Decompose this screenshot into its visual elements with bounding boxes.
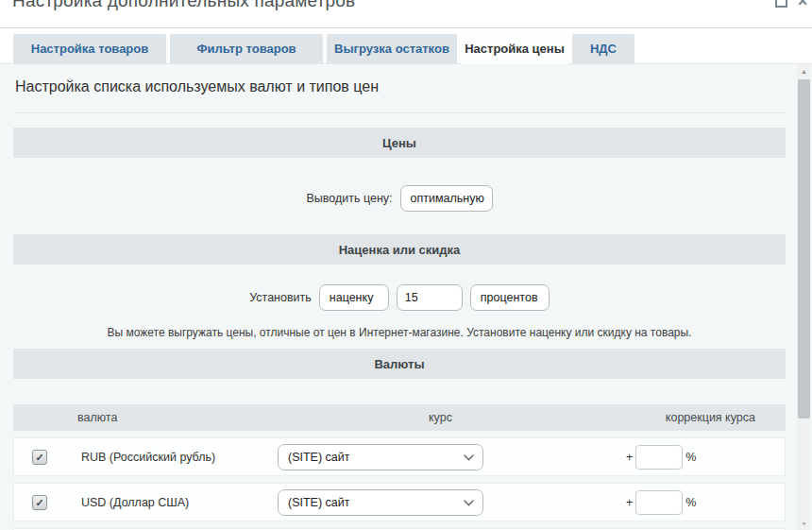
tab-label: Выгрузка остатков	[334, 42, 449, 56]
select-value: оптимальную	[411, 192, 484, 205]
correction-input[interactable]	[635, 445, 683, 470]
tab-product-filter[interactable]: Фильтр товаров	[170, 34, 323, 63]
plus-sign: +	[626, 496, 633, 509]
markup-amount-input[interactable]	[397, 284, 463, 311]
check-icon: ✓	[35, 497, 43, 509]
scroll-up-icon[interactable]: ▲	[797, 64, 811, 77]
section-bar-markup: Наценка или скидка	[13, 234, 786, 265]
markup-unit-select[interactable]: процентов	[470, 284, 550, 311]
currency-checkbox[interactable]: ✓	[32, 495, 47, 510]
col-header-rate: курс	[429, 411, 452, 424]
tab-price-settings[interactable]: Настройка цены	[461, 32, 568, 64]
table-row-usd: ✓ USD (Доллар США) (SITE) сайт + %	[13, 483, 786, 521]
markup-help-text: Вы можете выгружать цены, отличные от це…	[13, 326, 786, 339]
tab-label: Настройка товаров	[31, 42, 149, 56]
correction-group: + %	[626, 445, 696, 470]
rate-select[interactable]: (SITE) сайт	[278, 444, 483, 470]
currencies-table: валюта курс коррекция курса ✓ RUB (Росси…	[13, 404, 786, 530]
currency-name: USD (Доллар США)	[81, 496, 189, 509]
select-value: процентов	[481, 291, 538, 304]
titlebar-divider	[0, 27, 812, 28]
select-value: (SITE) сайт	[288, 451, 456, 464]
chevron-down-icon	[464, 454, 474, 461]
tab-bar: Настройка товаров Фильтр товаров Выгрузк…	[13, 34, 634, 64]
section-bar-currencies: Валюты	[13, 349, 786, 379]
price-settings-panel: Настройка списка используемых валют и ти…	[0, 63, 812, 530]
scroll-down-icon[interactable]: ▼	[797, 517, 811, 530]
tab-stock-export[interactable]: Выгрузка остатков	[327, 34, 457, 63]
section-bar-prices: Цены	[13, 128, 786, 158]
page-title: Настройка списка используемых валют и ти…	[15, 78, 379, 95]
scrollbar-thumb[interactable]	[798, 79, 810, 419]
percent-sign: %	[685, 451, 696, 464]
correction-group: + %	[626, 490, 696, 515]
display-price-label: Выводить цену:	[306, 192, 392, 205]
table-row-rub: ✓ RUB (Российский рубль) (SITE) сайт + %	[13, 437, 786, 476]
window-controls: ✕	[775, 0, 808, 8]
col-header-currency: валюта	[77, 411, 117, 424]
dialog-title: Настройка дополнительных параметров	[12, 0, 355, 11]
tab-label: Настройка цены	[465, 42, 565, 56]
settings-dialog: Настройка дополнительных параметров ✕ На…	[0, 0, 812, 530]
close-icon[interactable]: ✕	[797, 0, 808, 8]
tab-label: Фильтр товаров	[196, 42, 296, 56]
markup-row: Установить наценку процентов	[13, 284, 786, 311]
correction-input[interactable]	[635, 490, 683, 515]
currency-checkbox[interactable]: ✓	[32, 450, 47, 465]
select-value: наценку	[330, 291, 374, 304]
markup-type-select[interactable]: наценку	[319, 284, 389, 311]
tab-product-settings[interactable]: Настройка товаров	[13, 34, 166, 63]
markup-set-label: Установить	[249, 291, 312, 304]
table-header: валюта курс коррекция курса	[13, 404, 786, 431]
plus-sign: +	[626, 451, 633, 464]
tab-vat[interactable]: НДС	[572, 34, 634, 63]
tab-label: НДС	[590, 42, 617, 56]
display-price-row: Выводить цену: оптимальную	[13, 185, 786, 212]
display-price-select[interactable]: оптимальную	[400, 185, 493, 212]
heading-divider	[15, 112, 786, 113]
chevron-down-icon	[464, 500, 474, 506]
col-header-correction: коррекция курса	[666, 411, 755, 424]
rate-select[interactable]: (SITE) сайт	[278, 489, 483, 516]
check-icon: ✓	[35, 452, 43, 464]
select-value: (SITE) сайт	[288, 496, 456, 509]
percent-sign: %	[685, 496, 696, 509]
currency-name: RUB (Российский рубль)	[81, 451, 215, 464]
maximize-icon[interactable]	[775, 0, 787, 8]
vertical-scrollbar: ▲ ▼	[797, 64, 811, 530]
